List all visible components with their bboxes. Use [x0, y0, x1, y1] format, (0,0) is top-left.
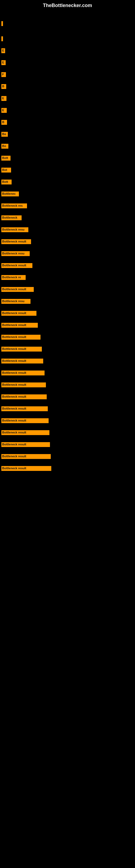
bar-label-20: Bottleneck result	[1, 263, 32, 268]
bar-label-36: Bottleneck result	[1, 454, 51, 459]
bar-row-22: Bottleneck result	[0, 286, 135, 293]
bar-row-37: Bottleneck result	[0, 465, 135, 472]
bar-label-3: E	[1, 60, 6, 65]
bar-label-0	[1, 21, 3, 26]
bar-label-2: E	[1, 48, 5, 53]
bar-row-0	[0, 21, 135, 28]
bar-label-1	[1, 36, 3, 41]
bar-label-8: B	[1, 120, 7, 125]
bar-label-33: Bottleneck result	[1, 418, 49, 423]
bar-label-14: Bottlenec	[1, 191, 19, 196]
bar-label-35: Bottleneck result	[1, 442, 50, 447]
bar-label-13: Bott	[1, 180, 12, 184]
bar-row-14: Bottlenec	[0, 191, 135, 198]
bar-label-5: B	[1, 84, 6, 89]
bar-label-16: Bottleneck	[1, 215, 21, 220]
bar-row-32: Bottleneck result	[0, 406, 135, 413]
bar-row-8: B	[0, 119, 135, 126]
bar-label-21: Bottleneck re	[1, 275, 26, 280]
bar-row-1	[0, 36, 135, 43]
bar-label-32: Bottleneck result	[1, 406, 48, 411]
bar-row-33: Bottleneck result	[0, 418, 135, 425]
bar-row-19: Bottleneck resu	[0, 251, 135, 258]
bar-label-28: Bottleneck result	[1, 359, 43, 364]
bar-row-4: F	[0, 72, 135, 79]
bar-label-12: Bot	[1, 167, 11, 173]
bar-row-11: Bott	[0, 155, 135, 162]
bar-row-5: B	[0, 84, 135, 91]
bar-label-17: Bottleneck resu	[1, 227, 28, 232]
bar-row-25: Bottleneck result	[0, 322, 135, 329]
bar-row-3: E	[0, 60, 135, 67]
bar-row-17: Bottleneck resu	[0, 227, 135, 234]
bar-row-10: Bo	[0, 143, 135, 150]
bars-container: EEFBEEBBoBoBottBotBottBottlenecBottlenec…	[0, 21, 135, 472]
bar-row-7: E	[0, 107, 135, 115]
bar-row-36: Bottleneck result	[0, 454, 135, 461]
bar-row-31: Bottleneck result	[0, 394, 135, 401]
bar-row-24: Bottleneck result	[0, 310, 135, 317]
bar-label-18: Bottleneck result	[1, 239, 31, 244]
bar-label-34: Bottleneck result	[1, 430, 49, 435]
bar-label-10: Bo	[1, 144, 8, 149]
bar-row-30: Bottleneck result	[0, 382, 135, 389]
bar-label-37: Bottleneck result	[1, 466, 51, 471]
bar-row-2: E	[0, 48, 135, 55]
bar-row-35: Bottleneck result	[0, 442, 135, 448]
bar-label-30: Bottleneck result	[1, 382, 46, 388]
bar-row-18: Bottleneck result	[0, 239, 135, 246]
bar-label-11: Bott	[1, 156, 10, 161]
bar-row-29: Bottleneck result	[0, 370, 135, 377]
bar-row-15: Bottleneck res	[0, 203, 135, 210]
bar-row-23: Bottleneck resu	[0, 299, 135, 305]
bar-label-26: Bottleneck result	[1, 335, 41, 340]
bar-label-25: Bottleneck result	[1, 323, 38, 328]
bar-row-26: Bottleneck result	[0, 334, 135, 341]
bar-row-16: Bottleneck	[0, 215, 135, 222]
bar-label-27: Bottleneck result	[1, 347, 42, 351]
bar-row-13: Bott	[0, 179, 135, 186]
site-title: TheBottlenecker.com	[0, 0, 135, 12]
bar-label-19: Bottleneck resu	[1, 251, 30, 256]
bar-row-28: Bottleneck result	[0, 358, 135, 365]
bar-row-20: Bottleneck result	[0, 262, 135, 270]
bar-label-9: Bo	[1, 132, 8, 137]
bar-row-12: Bot	[0, 167, 135, 174]
bar-label-22: Bottleneck result	[1, 287, 34, 292]
bar-row-21: Bottleneck re	[0, 275, 135, 282]
bar-label-4: F	[1, 72, 6, 77]
bar-label-23: Bottleneck resu	[1, 299, 31, 304]
bar-label-29: Bottleneck result	[1, 371, 45, 375]
bar-label-6: E	[1, 96, 6, 101]
bar-row-27: Bottleneck result	[0, 346, 135, 353]
bar-row-34: Bottleneck result	[0, 430, 135, 437]
bar-label-31: Bottleneck result	[1, 394, 47, 399]
bar-label-24: Bottleneck result	[1, 311, 37, 316]
bar-row-6: E	[0, 95, 135, 102]
bar-label-7: E	[1, 108, 7, 113]
bar-label-15: Bottleneck res	[1, 204, 27, 208]
bar-row-9: Bo	[0, 131, 135, 138]
